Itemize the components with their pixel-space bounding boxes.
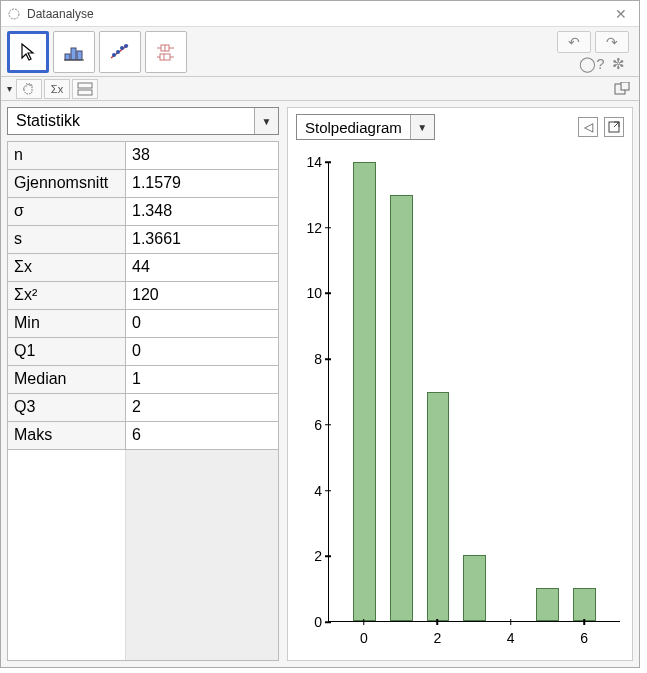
stat-key: Σx²	[8, 282, 126, 309]
x-tick-label: 4	[507, 630, 515, 646]
main-toolbar: ↶ ↷ ◯? ✼	[1, 27, 639, 77]
y-tick-mark	[325, 358, 331, 360]
svg-line-23	[614, 122, 619, 127]
stat-value: 2	[126, 394, 278, 421]
popout-icon[interactable]	[609, 79, 635, 99]
stat-key: Gjennomsnitt	[8, 170, 126, 197]
stat-key: s	[8, 226, 126, 253]
stat-value: 1.1579	[126, 170, 278, 197]
x-tick-mark	[583, 619, 585, 625]
stat-value: 1.3661	[126, 226, 278, 253]
stat-value: 0	[126, 310, 278, 337]
stat-key: n	[8, 142, 126, 169]
stat-key: Min	[8, 310, 126, 337]
table-row: σ1.348	[8, 198, 278, 226]
svg-rect-15	[160, 54, 170, 60]
table-row: Median1	[8, 366, 278, 394]
table-row: n38	[8, 142, 278, 170]
chart-type-label: Stolpediagram	[297, 119, 410, 136]
stat-key: Σx	[8, 254, 126, 281]
scatter-tool[interactable]	[99, 31, 141, 73]
stat-key: σ	[8, 198, 126, 225]
table-row: Gjennomsnitt1.1579	[8, 170, 278, 198]
chevron-down-icon: ▼	[254, 108, 278, 134]
app-icon	[7, 7, 21, 21]
boxplot-tool[interactable]	[145, 31, 187, 73]
table-row: Σx²120	[8, 282, 278, 310]
chevron-down-icon: ▼	[410, 115, 434, 139]
stat-key: Median	[8, 366, 126, 393]
help-icon[interactable]: ◯?	[581, 55, 603, 73]
y-tick-label: 2	[298, 548, 328, 564]
prev-chart-icon[interactable]: ◁	[578, 117, 598, 137]
titlebar: Dataanalyse ✕	[1, 1, 639, 27]
pointer-tool[interactable]	[7, 31, 49, 73]
expand-chart-icon[interactable]	[604, 117, 624, 137]
sigma-x-icon[interactable]: Σx	[44, 79, 70, 99]
stat-key: Q1	[8, 338, 126, 365]
y-tick-label: 14	[298, 154, 328, 170]
stat-key: Q3	[8, 394, 126, 421]
table-row: Σx44	[8, 254, 278, 282]
table-row: Q32	[8, 394, 278, 422]
y-tick-mark	[325, 227, 331, 229]
x-tick-mark	[363, 619, 365, 625]
dataanalysis-window: Dataanalyse ✕	[0, 0, 640, 668]
gear-icon[interactable]: ✼	[607, 55, 629, 73]
chart-bar	[353, 162, 376, 621]
statistics-pane: Statistikk ▼ n38Gjennomsnitt1.1579σ1.348…	[7, 107, 279, 661]
svg-rect-19	[78, 90, 92, 95]
y-tick-mark	[325, 556, 331, 558]
chart-pane: Stolpediagram ▼ ◁ 024681012140246	[287, 107, 633, 661]
y-tick-mark	[325, 161, 331, 163]
svg-point-6	[112, 53, 116, 57]
svg-rect-21	[621, 82, 629, 90]
y-tick-mark	[325, 490, 331, 492]
stats-table: n38Gjennomsnitt1.1579σ1.348s1.3661Σx44Σx…	[7, 141, 279, 661]
x-tick-label: 0	[360, 630, 368, 646]
table-row: s1.3661	[8, 226, 278, 254]
x-tick-mark	[437, 619, 439, 625]
y-tick-mark	[325, 293, 331, 295]
stats-empty-area	[8, 450, 278, 660]
hand-tool-icon[interactable]	[16, 79, 42, 99]
sub-toolbar: ▾ Σx	[1, 77, 639, 101]
stat-value: 38	[126, 142, 278, 169]
stat-value: 1	[126, 366, 278, 393]
y-tick-label: 10	[298, 285, 328, 301]
stats-dropdown-label: Statistikk	[8, 112, 254, 130]
stat-value: 44	[126, 254, 278, 281]
chart-bar	[536, 588, 559, 621]
chart-area: 024681012140246	[292, 142, 628, 656]
table-row: Min0	[8, 310, 278, 338]
y-tick-label: 6	[298, 417, 328, 433]
stat-value: 6	[126, 422, 278, 449]
barchart-tool[interactable]	[53, 31, 95, 73]
svg-rect-3	[77, 51, 82, 60]
stat-key: Maks	[8, 422, 126, 449]
stat-value: 120	[126, 282, 278, 309]
redo-button[interactable]: ↷	[595, 31, 629, 53]
chart-bar	[573, 588, 596, 621]
svg-point-0	[9, 9, 19, 19]
y-tick-label: 12	[298, 220, 328, 236]
svg-point-9	[124, 44, 128, 48]
table-row: Maks6	[8, 422, 278, 450]
table-row: Q10	[8, 338, 278, 366]
split-view-icon[interactable]	[72, 79, 98, 99]
x-tick-mark	[510, 619, 512, 625]
chart-type-dropdown[interactable]: Stolpediagram ▼	[296, 114, 435, 140]
close-icon[interactable]: ✕	[609, 6, 633, 22]
stats-dropdown[interactable]: Statistikk ▼	[7, 107, 279, 135]
y-tick-label: 4	[298, 483, 328, 499]
right-tools: ↶ ↷ ◯? ✼	[557, 31, 633, 73]
x-tick-label: 6	[580, 630, 588, 646]
window-title: Dataanalyse	[27, 7, 94, 21]
stat-value: 1.348	[126, 198, 278, 225]
svg-rect-2	[71, 48, 76, 60]
dropdown-arrow-icon[interactable]: ▾	[5, 83, 14, 94]
chart-bar	[390, 195, 413, 621]
y-tick-label: 0	[298, 614, 328, 630]
chart-bar	[463, 555, 486, 621]
undo-button[interactable]: ↶	[557, 31, 591, 53]
